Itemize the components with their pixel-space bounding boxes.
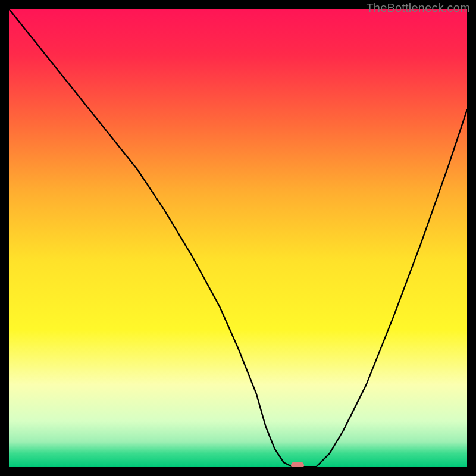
chart-stage: TheBottleneck.com <box>0 0 476 476</box>
curve-layer <box>9 9 467 467</box>
plot-area <box>9 9 467 467</box>
bottleneck-curve <box>9 9 467 467</box>
watermark-text: TheBottleneck.com <box>366 1 470 15</box>
optimal-balance-marker <box>291 462 304 467</box>
